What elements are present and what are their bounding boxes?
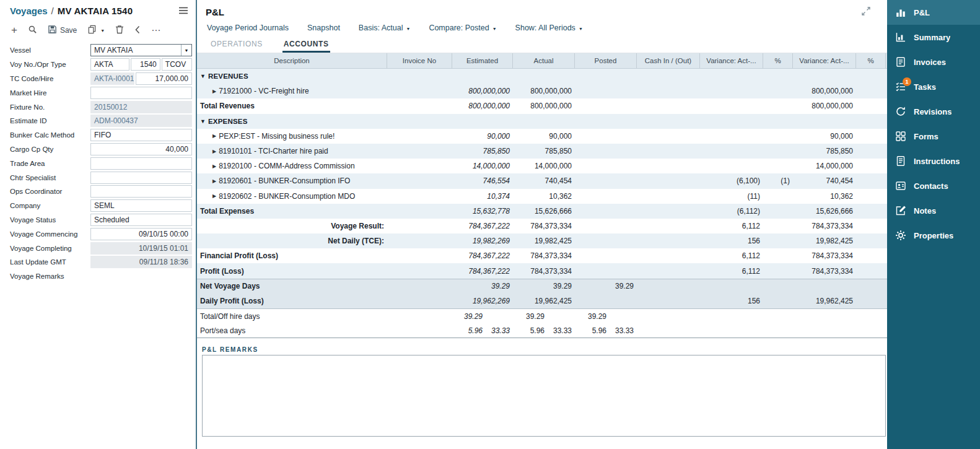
nav-label: Revisions — [914, 107, 952, 116]
nav-contacts[interactable]: Contacts — [887, 173, 980, 198]
table-row: Daily Profit (Loss)19,962,26919,962,4251… — [197, 294, 887, 308]
field-value[interactable] — [90, 157, 192, 170]
field-value[interactable]: Scheduled — [90, 214, 192, 226]
column-header[interactable]: Posted — [575, 53, 637, 68]
field-label: Voyage Completing — [5, 245, 90, 252]
table-row[interactable]: ▶71921000 - VC-Freight hire800,000,00080… — [197, 84, 887, 98]
more-button[interactable]: ⋯ — [151, 25, 160, 36]
triangle-right-icon[interactable]: ▶ — [212, 133, 216, 139]
toolbar-basis-actual[interactable]: Basis: Actual▼ — [359, 24, 411, 32]
cell-est_pair: 39.29 — [452, 309, 513, 323]
column-header[interactable]: Estimated — [452, 53, 513, 68]
column-header[interactable]: Variance: Act-... — [700, 53, 763, 68]
tab-accounts[interactable]: ACCOUNTS — [282, 37, 330, 53]
tab-operations[interactable]: OPERATIONS — [209, 37, 264, 53]
cell-cash — [637, 144, 700, 159]
field-value[interactable]: 40,000 — [90, 143, 192, 155]
table-row[interactable]: ▶81910101 - TCI-Charter hire paid785,850… — [197, 144, 887, 159]
cell-invoice-no — [387, 159, 452, 173]
cell-var2: 800,000,000 — [793, 84, 856, 98]
table-row[interactable]: ▶81920601 - BUNKER-Consumption IFO746,55… — [197, 173, 887, 188]
toolbar-show-all-periods[interactable]: Show: All Periods▼ — [515, 24, 583, 32]
field-value[interactable] — [90, 172, 192, 184]
row-label: Voyage Result: — [331, 222, 384, 230]
field-value[interactable]: 10/19/15 01:01 — [90, 242, 192, 255]
vessel-combobox[interactable]: MV AKTAIA▼ — [90, 44, 192, 56]
toolbar-compare-posted[interactable]: Compare: Posted▼ — [429, 24, 496, 32]
field-value[interactable] — [90, 185, 192, 198]
triangle-right-icon[interactable]: ▶ — [212, 163, 216, 169]
cell-act: 15,626,666 — [513, 204, 575, 219]
menu-icon[interactable] — [178, 5, 188, 17]
table-row[interactable]: ▼EXPENSES — [197, 114, 887, 129]
nav-notes[interactable]: Notes — [887, 198, 980, 223]
chevron-down-icon[interactable]: ▼ — [181, 45, 191, 56]
nav-label: Properties — [914, 231, 953, 240]
field-label: Vessel — [5, 46, 90, 54]
column-header[interactable]: Variance: Act-... — [793, 53, 856, 68]
breadcrumb-voyages-link[interactable]: Voyages — [10, 6, 48, 16]
toolbar-snapshot[interactable]: Snapshot — [307, 24, 340, 32]
nav-tasks[interactable]: 1Tasks — [887, 74, 980, 99]
cell-est: 746,554 — [452, 173, 513, 188]
save-button[interactable]: Save — [48, 25, 77, 36]
field-value[interactable]: AKTA — [90, 58, 129, 71]
pnl-remarks-input[interactable] — [202, 355, 886, 437]
table-row[interactable]: ▶PEXP:EST - Missing business rule!90,000… — [197, 129, 887, 144]
cell-pct2 — [856, 159, 886, 173]
nav-p-l[interactable]: P&L — [887, 0, 980, 25]
table-row[interactable]: ▶81920100 - COMM-Address Commission14,00… — [197, 159, 887, 173]
triangle-right-icon[interactable]: ▶ — [212, 193, 216, 199]
nav-summary[interactable]: Summary — [887, 25, 980, 50]
field-value[interactable]: 20150012 — [90, 101, 192, 113]
cell-pct2 — [856, 144, 886, 159]
save-icon — [48, 25, 57, 36]
triangle-right-icon[interactable]: ▶ — [212, 178, 216, 184]
column-header[interactable]: % — [856, 53, 886, 68]
search-button[interactable] — [28, 25, 37, 36]
nav-invoices[interactable]: Invoices — [887, 50, 980, 74]
cell-var1: 6,112 — [700, 219, 763, 233]
delete-button[interactable] — [115, 25, 124, 36]
field-label: Company — [5, 202, 90, 209]
nav-instructions[interactable]: Instructions — [887, 149, 980, 173]
nav-revisions[interactable]: Revisions — [887, 99, 980, 124]
field-value[interactable]: TCOV — [162, 58, 192, 71]
field-value[interactable]: FIFO — [90, 129, 192, 141]
back-button[interactable] — [134, 25, 141, 36]
table-row[interactable]: ▶81920602 - BUNKER-Consumption MDO10,374… — [197, 189, 887, 204]
column-header[interactable]: Invoice No — [387, 53, 452, 68]
triangle-right-icon[interactable]: ▶ — [212, 149, 216, 154]
column-header[interactable]: Cash In / (Out) — [637, 53, 700, 68]
invoices-icon — [895, 56, 907, 68]
column-header[interactable]: Actual — [513, 53, 575, 68]
cell-invoice-no — [387, 248, 452, 263]
triangle-right-icon[interactable]: ▶ — [212, 89, 216, 94]
field-value[interactable]: 1540 — [131, 58, 160, 71]
cell-pct2 — [856, 84, 886, 98]
triangle-down-icon[interactable]: ▼ — [200, 118, 206, 124]
table-row: Net Voyage Days39.2939.2939.29 — [197, 279, 887, 294]
field-value[interactable]: 09/11/18 18:36 — [90, 256, 192, 268]
field-value[interactable]: SEML — [90, 199, 192, 212]
collapse-icon[interactable] — [861, 6, 871, 18]
copy-button[interactable]: ▼ — [87, 25, 105, 36]
column-header[interactable]: % — [763, 53, 793, 68]
cell-empty — [700, 114, 763, 129]
nav-properties[interactable]: Properties — [887, 223, 980, 248]
field-value[interactable] — [90, 87, 192, 99]
nav-forms[interactable]: Forms — [887, 124, 980, 149]
field-value[interactable]: 09/10/15 00:00 — [90, 228, 192, 240]
field-value[interactable]: AKTA-I0001 — [90, 72, 134, 85]
cell-var2: 10,362 — [793, 189, 856, 204]
cell-act: 10,362 — [513, 189, 575, 204]
cell-empty — [575, 69, 637, 84]
column-header[interactable]: Description — [197, 53, 387, 68]
chevron-down-icon: ▼ — [406, 27, 410, 31]
add-button[interactable]: + — [11, 27, 17, 34]
field-value[interactable]: ADM-000437 — [90, 115, 192, 127]
table-row[interactable]: ▼REVENUES — [197, 69, 887, 84]
triangle-down-icon[interactable]: ▼ — [200, 73, 206, 79]
toolbar-voyage-period-journals[interactable]: Voyage Period Journals — [207, 24, 289, 32]
field-value[interactable]: 17,000.00 — [136, 72, 192, 85]
